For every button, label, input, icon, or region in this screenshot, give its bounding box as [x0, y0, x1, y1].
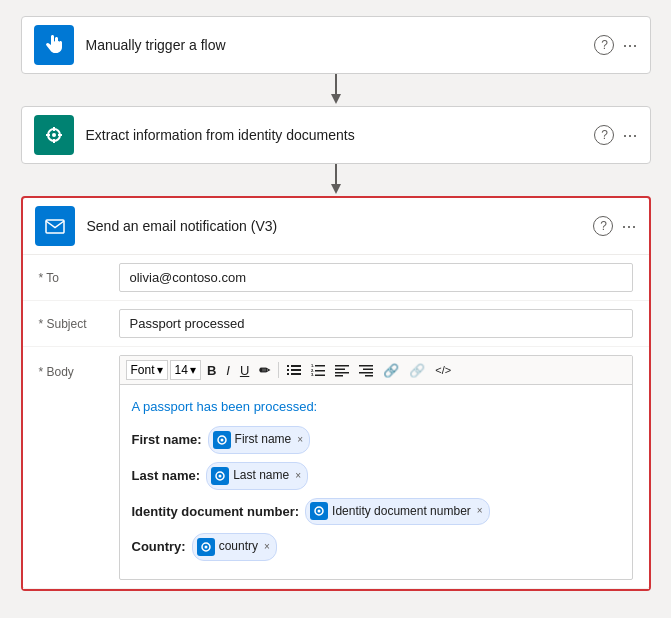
bullet-list-icon [287, 363, 301, 377]
flow-container: Manually trigger a flow ? ··· [16, 16, 655, 591]
svg-rect-14 [291, 369, 301, 371]
tag-icon-svg-2 [214, 470, 226, 482]
svg-rect-23 [335, 365, 349, 367]
down-arrow-2 [328, 164, 344, 196]
svg-rect-28 [363, 369, 373, 371]
doc-number-tag-icon [310, 502, 328, 520]
svg-point-38 [204, 545, 207, 548]
svg-rect-10 [46, 220, 64, 233]
trigger-icon [34, 25, 74, 65]
font-select-wrapper[interactable]: Font ▾ [126, 360, 168, 380]
tag-icon-svg-4 [200, 541, 212, 553]
first-name-tag[interactable]: First name × [208, 426, 311, 454]
code-btn[interactable]: </> [431, 362, 455, 378]
country-tag-text: country [219, 536, 258, 558]
arrow-2 [328, 164, 344, 196]
svg-rect-30 [365, 375, 373, 377]
first-name-tag-close[interactable]: × [297, 431, 303, 449]
field-row-docnumber: Identity document number: Identity docum… [132, 498, 620, 526]
svg-marker-9 [331, 184, 341, 194]
trigger-more-icon[interactable]: ··· [622, 35, 637, 56]
body-editor: Font ▾ 14 ▾ B I U ✏ [119, 355, 633, 580]
align-right-btn[interactable] [355, 361, 377, 379]
svg-point-34 [219, 474, 222, 477]
field-row-firstname: First name: First name × [132, 426, 620, 454]
country-tag-close[interactable]: × [264, 538, 270, 556]
svg-point-32 [220, 439, 223, 442]
svg-rect-16 [291, 373, 301, 375]
email-help-icon[interactable]: ? [593, 216, 613, 236]
extract-card: Extract information from identity docume… [21, 106, 651, 164]
align-right-icon [359, 363, 373, 377]
toolbar-divider-1 [278, 362, 279, 378]
svg-point-36 [318, 510, 321, 513]
unlink-btn[interactable]: 🔗 [405, 361, 429, 380]
font-label: Font [131, 363, 155, 377]
doc-number-tag-text: Identity document number [332, 501, 471, 523]
font-chevron: ▾ [157, 363, 163, 377]
trigger-help-icon[interactable]: ? [594, 35, 614, 55]
to-label: * To [39, 263, 119, 285]
last-name-tag-close[interactable]: × [295, 467, 301, 485]
country-tag[interactable]: country × [192, 533, 277, 561]
doc-number-tag[interactable]: Identity document number × [305, 498, 490, 526]
svg-rect-12 [291, 365, 301, 367]
size-select-wrapper[interactable]: 14 ▾ [170, 360, 201, 380]
extract-card-title: Extract information from identity docume… [86, 127, 595, 143]
trigger-card-actions: ? ··· [594, 35, 637, 56]
body-row: * Body Font ▾ 14 ▾ B I U [23, 347, 649, 589]
last-name-tag[interactable]: Last name × [206, 462, 308, 490]
email-icon [35, 206, 75, 246]
hand-svg [42, 33, 66, 57]
svg-rect-15 [287, 373, 289, 375]
email-more-icon[interactable]: ··· [621, 216, 636, 237]
field-row-country: Country: country × [132, 533, 620, 561]
down-arrow-1 [328, 74, 344, 106]
field-row-lastname: Last name: Last name × [132, 462, 620, 490]
country-tag-icon [197, 538, 215, 556]
email-card: Send an email notification (V3) ? ··· * … [21, 196, 651, 591]
align-left-btn[interactable] [331, 361, 353, 379]
email-card-header: Send an email notification (V3) ? ··· [23, 198, 649, 255]
doc-number-field-label: Identity document number: [132, 500, 300, 523]
editor-toolbar: Font ▾ 14 ▾ B I U ✏ [120, 356, 632, 385]
tag-icon-svg [216, 434, 228, 446]
svg-rect-24 [335, 369, 345, 371]
svg-point-3 [52, 133, 56, 137]
subject-input[interactable] [119, 309, 633, 338]
underline-btn[interactable]: U [236, 361, 253, 380]
svg-rect-27 [359, 365, 373, 367]
svg-rect-29 [359, 372, 373, 374]
svg-rect-25 [335, 372, 349, 374]
editor-content[interactable]: A passport has been processed: First nam… [120, 385, 632, 579]
numbered-list-btn[interactable]: 1. 2. 3. [307, 361, 329, 379]
extract-help-icon[interactable]: ? [594, 125, 614, 145]
email-svg [43, 214, 67, 238]
size-label: 14 [175, 363, 188, 377]
svg-text:3.: 3. [311, 372, 314, 377]
subject-row: * Subject [23, 301, 649, 347]
extract-card-header: Extract information from identity docume… [22, 107, 650, 163]
svg-rect-11 [287, 365, 289, 367]
bullet-list-btn[interactable] [283, 361, 305, 379]
svg-rect-18 [315, 365, 325, 367]
first-name-tag-icon [213, 431, 231, 449]
link-btn[interactable]: 🔗 [379, 361, 403, 380]
extract-card-actions: ? ··· [594, 125, 637, 146]
align-left-icon [335, 363, 349, 377]
tag-icon-svg-3 [313, 505, 325, 517]
trigger-card: Manually trigger a flow ? ··· [21, 16, 651, 74]
extract-more-icon[interactable]: ··· [622, 125, 637, 146]
subject-label: * Subject [39, 309, 119, 331]
extract-svg [42, 123, 66, 147]
email-form-body: * To * Subject * Body Font ▾ [23, 255, 649, 589]
pencil-btn[interactable]: ✏ [255, 361, 274, 380]
doc-number-tag-close[interactable]: × [477, 502, 483, 520]
body-label: * Body [39, 355, 119, 379]
bold-btn[interactable]: B [203, 361, 220, 380]
to-input[interactable] [119, 263, 633, 292]
italic-btn[interactable]: I [222, 361, 234, 380]
last-name-field-label: Last name: [132, 464, 201, 487]
arrow-1 [328, 74, 344, 106]
first-name-tag-text: First name [235, 429, 292, 451]
